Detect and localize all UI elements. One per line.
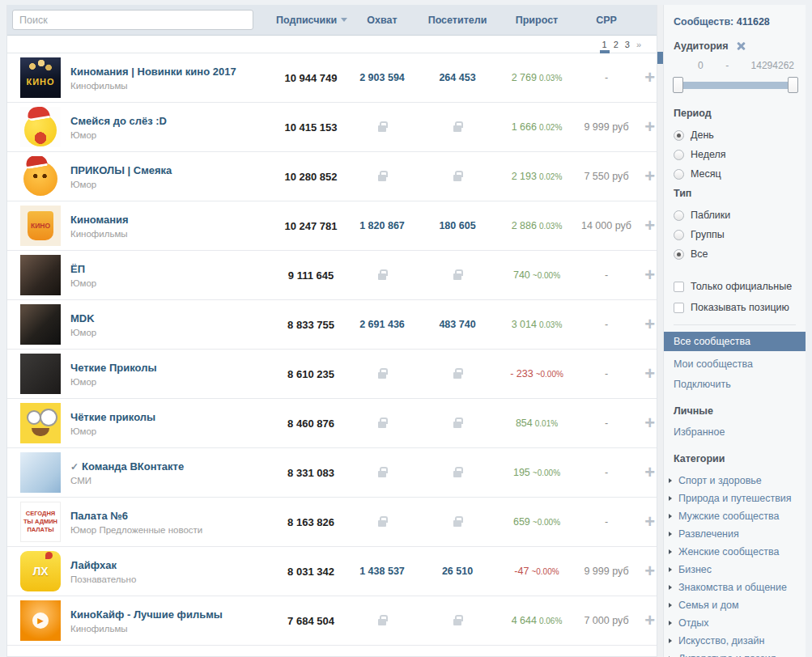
- table-row[interactable]: MDK Юмор 8 833 755 2 691 436 483 740 3 0…: [7, 300, 657, 350]
- category-item[interactable]: Женские сообщества: [674, 546, 797, 557]
- community-avatar[interactable]: [20, 354, 61, 394]
- radio-checked-icon[interactable]: [674, 249, 684, 260]
- table-row[interactable]: ✓Команда ВКонтакте СМИ 8 331 083 195~0.0…: [7, 448, 657, 498]
- community-avatar[interactable]: КИНО: [20, 206, 61, 246]
- table-row[interactable]: КИНО Киномания Кинофильмы 10 247 781 1 8…: [7, 201, 657, 251]
- category-item[interactable]: Природа и путешествия: [674, 493, 797, 503]
- radio-option[interactable]: Все: [674, 248, 797, 260]
- add-button[interactable]: +: [636, 464, 658, 481]
- table-row[interactable]: КИНО Киномания | Новинки кино 2017 Киноф…: [7, 53, 657, 103]
- add-button[interactable]: +: [636, 562, 658, 580]
- community-avatar[interactable]: [20, 452, 61, 493]
- radio-option[interactable]: Месяц: [674, 168, 797, 180]
- add-button[interactable]: +: [636, 69, 658, 87]
- community-name[interactable]: Киномания: [70, 214, 270, 226]
- column-header-growth[interactable]: Прирост: [496, 15, 577, 26]
- page-1[interactable]: 1: [602, 39, 608, 50]
- radio-option[interactable]: День: [674, 129, 797, 141]
- personal-item[interactable]: Избранное: [674, 425, 797, 439]
- table-row[interactable]: Четкие Приколы Юмор 8 610 235 - 233~0.00…: [7, 350, 657, 399]
- reach-value: [346, 122, 419, 132]
- table-row[interactable]: ЁП Юмор 9 111 645 740~0.00% - +: [7, 251, 657, 300]
- category-item[interactable]: Мужские сообщества: [674, 511, 797, 521]
- checkbox-unchecked-icon[interactable]: [674, 303, 684, 313]
- add-button[interactable]: +: [636, 316, 658, 333]
- radio-unchecked-icon[interactable]: [674, 230, 684, 240]
- category-item[interactable]: Знакомства и общение: [674, 582, 797, 592]
- add-button[interactable]: +: [636, 365, 658, 383]
- community-name[interactable]: MDK: [70, 312, 270, 324]
- radio-option[interactable]: Неделя: [674, 149, 797, 160]
- radio-unchecked-icon[interactable]: [674, 210, 684, 221]
- community-name[interactable]: Смейся до слёз :D: [70, 115, 270, 127]
- column-header-visitors[interactable]: Посетители: [419, 15, 496, 26]
- sidebar-nav-item-1[interactable]: Мои сообщества: [674, 355, 797, 373]
- next-page-button[interactable]: »: [636, 39, 642, 50]
- add-button[interactable]: +: [636, 266, 658, 284]
- sidebar-nav-item-0[interactable]: Все сообщества: [664, 332, 806, 351]
- subscribers-value: 8 163 826: [276, 516, 346, 528]
- search-input[interactable]: [12, 10, 253, 30]
- sidebar-nav-item-2[interactable]: Подключить: [674, 375, 797, 393]
- radio-unchecked-icon[interactable]: [674, 150, 684, 160]
- community-avatar[interactable]: [20, 156, 61, 197]
- page-3[interactable]: 3: [624, 39, 631, 50]
- community-name[interactable]: Чёткие приколы: [70, 411, 270, 423]
- close-icon[interactable]: [736, 41, 746, 51]
- community-avatar[interactable]: СЕГОДНЯ ТЫ АДМИН ПАЛАТЫ: [20, 502, 61, 542]
- radio-option[interactable]: Паблики: [674, 210, 797, 221]
- add-button[interactable]: +: [636, 414, 658, 432]
- checkbox-unchecked-icon[interactable]: [674, 282, 684, 292]
- community-avatar[interactable]: КИНО: [20, 57, 61, 98]
- column-header-subscribers[interactable]: Подписчики: [276, 15, 346, 26]
- community-name[interactable]: ЁП: [70, 263, 270, 275]
- category-item[interactable]: Спорт и здоровье: [674, 475, 797, 485]
- slider-handle-left[interactable]: [673, 77, 683, 93]
- category-item[interactable]: Развлечения: [674, 528, 797, 539]
- page-2[interactable]: 2: [613, 39, 619, 50]
- add-button[interactable]: +: [636, 167, 658, 185]
- category-item[interactable]: Искусство, дизайн: [674, 635, 797, 646]
- category-item[interactable]: Бизнес: [674, 564, 797, 574]
- category-item[interactable]: Литература и поэзия: [674, 653, 797, 657]
- slider-track[interactable]: [675, 82, 796, 89]
- radio-unchecked-icon[interactable]: [674, 169, 684, 180]
- add-button[interactable]: +: [636, 217, 658, 235]
- radio-option[interactable]: Группы: [674, 229, 797, 240]
- scrollbar-track[interactable]: [657, 5, 663, 657]
- community-avatar[interactable]: [20, 304, 61, 345]
- table-row[interactable]: Чёткие приколы Юмор 8 460 876 8540.01% -…: [7, 399, 657, 448]
- community-name[interactable]: ПРИКОЛЫ | Смеяка: [70, 164, 270, 176]
- community-avatar[interactable]: ЛХ: [20, 551, 61, 591]
- table-row[interactable]: Смейся до слёз :D Юмор 10 415 153 1 6660…: [7, 103, 657, 152]
- lock-icon: [453, 372, 461, 379]
- community-name[interactable]: Четкие Приколы: [70, 362, 270, 374]
- table-row[interactable]: СЕГОДНЯ ТЫ АДМИН ПАЛАТЫ Палата №6 Юмор П…: [7, 498, 657, 547]
- community-name[interactable]: Палата №6: [70, 510, 270, 522]
- community-avatar[interactable]: ▶: [20, 600, 61, 641]
- scrollbar-thumb[interactable]: [657, 52, 663, 64]
- checkbox-option[interactable]: Только официальные: [674, 281, 797, 292]
- table-row[interactable]: ПРИКОЛЫ | Смеяка Юмор 10 280 852 2 1930.…: [7, 152, 657, 201]
- radio-checked-icon[interactable]: [674, 130, 684, 141]
- add-button[interactable]: +: [636, 118, 658, 136]
- community-avatar[interactable]: [20, 403, 61, 443]
- column-header-cpp[interactable]: CPP: [577, 15, 636, 26]
- table-row[interactable]: ЛХ Лайфхак Познавательно 8 031 342 1 438…: [7, 547, 657, 596]
- audience-range-slider[interactable]: [674, 77, 797, 93]
- category-item[interactable]: Семья и дом: [674, 600, 797, 610]
- slider-handle-right[interactable]: [788, 77, 798, 93]
- checkbox-option[interactable]: Показывать позицию: [674, 302, 797, 313]
- category-item[interactable]: Отдых: [674, 617, 797, 628]
- add-button[interactable]: +: [636, 612, 658, 629]
- table-row[interactable]: ▶ КиноКайф - Лучшие фильмы Кинофильмы 7 …: [7, 596, 657, 646]
- community-avatar[interactable]: [20, 107, 61, 147]
- community-name[interactable]: ✓Команда ВКонтакте: [70, 460, 270, 473]
- community-name[interactable]: КиноКайф - Лучшие фильмы: [70, 608, 270, 621]
- column-header-reach[interactable]: Охват: [346, 15, 419, 26]
- community-name[interactable]: Киномания | Новинки кино 2017: [70, 66, 270, 78]
- community-name[interactable]: Лайфхак: [70, 559, 270, 571]
- add-button[interactable]: +: [636, 513, 658, 531]
- lock-icon: [378, 422, 386, 428]
- community-avatar[interactable]: [20, 255, 61, 295]
